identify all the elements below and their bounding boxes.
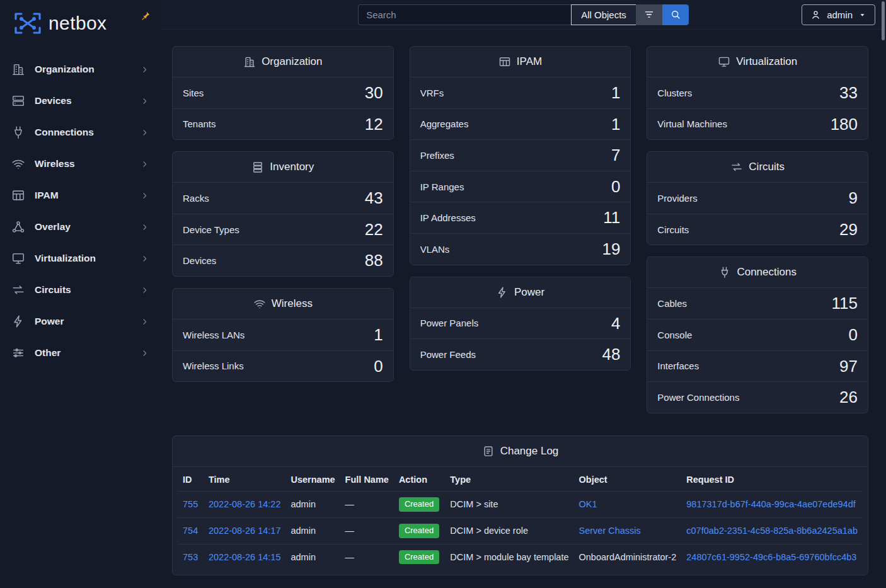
stat-ip-addresses[interactable]: IP Addresses 11: [410, 202, 631, 233]
sidebar-item-other[interactable]: Other: [0, 337, 161, 369]
card-organization: Organization Sites 30 Tena: [172, 46, 394, 140]
stat-list: VRFs 1 Aggregates 1 Prefixes: [410, 78, 631, 265]
stat-value: 0: [611, 178, 620, 196]
stat-label: Console: [657, 330, 692, 340]
log-request-id-link[interactable]: c07f0ab2-2351-4c58-825a-8b6a2425a1ab: [681, 517, 863, 544]
stat-providers[interactable]: Providers 9: [647, 183, 868, 214]
log-request-id-link[interactable]: 9817317d-b67f-440a-99ca-4ae07ede94df: [681, 491, 863, 517]
stat-value: 0: [374, 357, 383, 376]
stat-label: Device Types: [183, 224, 239, 235]
card-title: IPAM: [517, 55, 542, 68]
stat-aggregates[interactable]: Aggregates 1: [410, 108, 631, 140]
circuits-icon: [730, 161, 743, 173]
stat-devices[interactable]: Devices 88: [173, 245, 393, 276]
sidebar-item-overlay[interactable]: Overlay: [0, 211, 161, 243]
sidebar-item-ipam[interactable]: IPAM: [0, 180, 161, 211]
stat-label: Wireless Links: [183, 360, 244, 371]
stat-vrfs[interactable]: VRFs 1: [410, 78, 631, 108]
connections-icon: [718, 266, 731, 279]
user-menu-button[interactable]: admin: [802, 4, 875, 25]
stat-list: Racks 43 Device Types 22 Devic: [173, 183, 393, 276]
stat-clusters[interactable]: Clusters 33: [647, 78, 868, 108]
stat-circuits[interactable]: Circuits 29: [647, 214, 868, 245]
sidebar-item-connections[interactable]: Connections: [0, 117, 161, 148]
log-id-link[interactable]: 753: [178, 544, 204, 570]
search-button[interactable]: [662, 4, 689, 25]
wireless-icon: [253, 297, 266, 310]
sidebar-item-label: Circuits: [35, 284, 71, 296]
sidebar-item-virtualization[interactable]: Virtualization: [0, 243, 161, 274]
stat-list: Power Panels 4 Power Feeds 48: [410, 308, 631, 370]
sidebar-nav: Organization Devices Connections: [0, 45, 161, 369]
stat-racks[interactable]: Racks 43: [173, 183, 393, 214]
log-time-link[interactable]: 2022-08-26 14:22: [204, 491, 286, 517]
change-log-table-wrap: IDTimeUsernameFull NameActionTypeObjectR…: [173, 467, 868, 575]
stat-value: 30: [365, 84, 383, 102]
stat-label: VLANs: [420, 244, 450, 255]
sidebar-item-label: Power: [35, 316, 64, 327]
sidebar-item-organization[interactable]: Organization: [0, 54, 161, 85]
column-type: Type: [445, 468, 573, 492]
user-icon: [810, 9, 821, 20]
card-connections-header: Connections: [647, 257, 868, 288]
stat-interfaces[interactable]: Interfaces 97: [647, 350, 868, 382]
stat-value: 9: [849, 189, 858, 207]
stat-vlans[interactable]: VLANs 19: [410, 233, 631, 265]
filter-button[interactable]: [636, 4, 662, 25]
stat-power-feeds[interactable]: Power Feeds 48: [410, 338, 631, 370]
log-type: DCIM > site: [445, 491, 573, 517]
stat-label: IP Addresses: [420, 212, 476, 223]
stat-wireless-links[interactable]: Wireless Links 0: [173, 350, 393, 382]
virtualization-icon: [11, 251, 25, 265]
power-icon: [496, 286, 509, 299]
stat-label: IP Ranges: [420, 182, 464, 192]
stat-power-panels[interactable]: Power Panels 4: [410, 308, 631, 339]
caret-down-icon: [858, 11, 866, 19]
column-action: Action: [394, 468, 445, 492]
stat-label: Cables: [657, 298, 687, 309]
log-time-link[interactable]: 2022-08-26 14:15: [204, 544, 286, 570]
topbar: All Objects admin: [161, 0, 886, 30]
log-request-id-link[interactable]: 24807c61-9952-49c6-b8a5-69760bfcc4b3: [681, 544, 863, 570]
card-ipam-header: IPAM: [410, 47, 631, 78]
card-title: Change Log: [500, 445, 559, 458]
stat-value: 115: [832, 294, 858, 313]
stat-console[interactable]: Console 0: [647, 319, 868, 350]
stat-value: 97: [839, 357, 858, 376]
log-full-name: —: [340, 517, 394, 544]
sidebar-item-power[interactable]: Power: [0, 306, 161, 337]
stat-value: 0: [849, 326, 858, 344]
card-power: Power Power Panels 4 Power: [410, 277, 631, 371]
stat-tenants[interactable]: Tenants 12: [173, 108, 393, 140]
log-object[interactable]: Server Chassis: [574, 517, 682, 544]
change-log-table: IDTimeUsernameFull NameActionTypeObjectR…: [178, 468, 863, 570]
sidebar-item-wireless[interactable]: Wireless: [0, 148, 161, 180]
log-id-link[interactable]: 755: [178, 491, 204, 517]
other-icon: [11, 346, 25, 360]
log-time-link[interactable]: 2022-08-26 14:17: [204, 517, 286, 544]
status-badge: Created: [399, 524, 439, 538]
stat-virtual-machines[interactable]: Virtual Machines 180: [647, 108, 868, 140]
stat-device-types[interactable]: Device Types 22: [173, 214, 393, 245]
stat-label: VRFs: [420, 88, 444, 98]
search-scope-button[interactable]: All Objects: [571, 4, 636, 25]
sidebar-item-circuits[interactable]: Circuits: [0, 274, 161, 306]
sidebar-item-devices[interactable]: Devices: [0, 85, 161, 117]
stat-power-connections[interactable]: Power Connections 26: [647, 381, 868, 413]
sidebar-item-label: Wireless: [35, 158, 75, 170]
log-full-name: —: [340, 491, 394, 517]
wireless-icon: [11, 157, 25, 171]
search-input[interactable]: [358, 4, 571, 25]
inventory-icon: [251, 161, 264, 173]
log-object[interactable]: OK1: [574, 491, 682, 517]
page-scrollbar[interactable]: [882, 1, 885, 40]
stat-wireless-lans[interactable]: Wireless LANs 1: [173, 320, 393, 350]
stat-cables[interactable]: Cables 115: [647, 288, 868, 319]
log-id-link[interactable]: 754: [178, 517, 204, 544]
brand-link[interactable]: netbox: [0, 0, 161, 45]
card-title: Inventory: [270, 161, 314, 173]
stat-ip-ranges[interactable]: IP Ranges 0: [410, 171, 631, 202]
pin-sidebar-icon[interactable]: [140, 11, 151, 21]
stat-sites[interactable]: Sites 30: [173, 78, 393, 108]
stat-prefixes[interactable]: Prefixes 7: [410, 139, 631, 171]
